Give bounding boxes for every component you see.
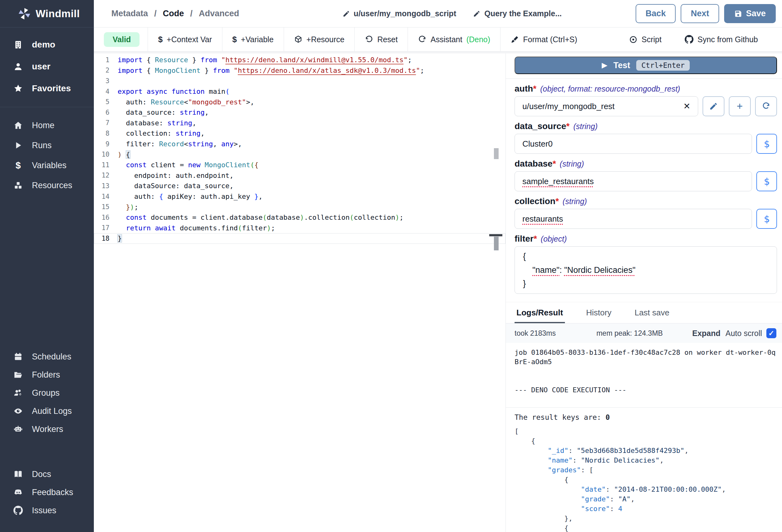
plus-icon: + (737, 100, 743, 112)
sidebar-item-issues[interactable]: Issues (0, 501, 94, 520)
sidebar-item-favorites[interactable]: Favorites (0, 78, 94, 100)
autoscroll-label[interactable]: Auto scroll (725, 329, 762, 338)
auth-resource-input[interactable]: u/user/my_mongodb_rest ✕ (514, 96, 698, 116)
dollar-icon: $ (764, 176, 770, 187)
pencil-icon (473, 10, 481, 17)
insert-variable-button[interactable]: $ (756, 171, 777, 191)
dollar-icon: $ (764, 138, 770, 149)
book-icon (12, 469, 24, 479)
back-button[interactable]: Back (636, 4, 676, 23)
editor-scrollbar-thumb[interactable] (494, 148, 499, 159)
add-resource-button[interactable]: +Resource (284, 35, 355, 44)
breadcrumb: Metadata / Code / Advanced (111, 9, 239, 18)
line-number: 9 (94, 140, 109, 148)
workspace-logo[interactable]: Windmill (0, 0, 94, 28)
line-number: 14 (94, 193, 109, 200)
sidebar-item-schedules[interactable]: Schedules (0, 348, 94, 366)
reset-button[interactable]: Reset (355, 35, 407, 44)
filter-json-editor[interactable]: { "name": "Nordic Delicacies" } (514, 246, 777, 294)
line-number: 2 (94, 67, 109, 74)
field-filter: filter* (object) { "name": "Nordic Delic… (514, 234, 777, 294)
sidebar-item-label: Variables (32, 161, 67, 170)
sync-github-button[interactable]: Sync from Github (675, 35, 768, 44)
field-collection: collection* (string) restaurants $ (514, 196, 777, 229)
form-divider (506, 78, 782, 79)
sidebar-item-audit-logs[interactable]: Audit Logs (0, 402, 94, 420)
add-variable-button[interactable]: $ +Variable (222, 35, 284, 44)
tab-logs-result[interactable]: Logs/Result (514, 302, 565, 323)
assistant-language: (Deno) (466, 35, 490, 44)
code-lines: 1import { Resource } from "https://deno.… (94, 55, 505, 244)
add-context-var-button[interactable]: $ +Context Var (148, 35, 222, 44)
code-line: 14 auth: { apiKey: auth.api_key }, (94, 191, 505, 202)
tab-history[interactable]: History (584, 302, 613, 323)
format-label: Format (Ctrl+S) (523, 35, 577, 44)
autoscroll-checkbox[interactable]: ✓ (767, 328, 776, 338)
field-type: (object, format: resource-mongodb_rest) (540, 84, 680, 93)
code-line: 8 collection: string, (94, 128, 505, 139)
breadcrumb-code[interactable]: Code (163, 9, 184, 18)
sidebar-item-docs[interactable]: Docs (0, 465, 94, 483)
database-input[interactable]: sample_restaurants (514, 171, 752, 191)
run-pane: ▶ Test Ctrl+Enter auth* (object, format:… (506, 53, 782, 532)
sidebar-item-label: Resources (32, 181, 72, 190)
code-line: 13 dataSource: data_source, (94, 181, 505, 191)
line-number: 1 (94, 56, 109, 64)
sidebar-footer-group: DocsFeedbacksIssues (0, 459, 94, 532)
script-summary-edit[interactable]: Query the Example... (473, 9, 562, 18)
refresh-resource-button[interactable] (755, 96, 777, 116)
expand-button[interactable]: Expand (692, 329, 720, 338)
sidebar-item-runs[interactable]: Runs (0, 135, 94, 155)
tab-last-save[interactable]: Last save (633, 302, 671, 323)
next-button[interactable]: Next (681, 4, 719, 23)
sidebar-item-home[interactable]: Home (0, 115, 94, 135)
sidebar-item-folders[interactable]: Folders (0, 366, 94, 384)
script-kind-button[interactable]: Script (619, 35, 672, 44)
windmill-logo-icon (17, 7, 31, 21)
format-button[interactable]: Format (Ctrl+S) (500, 35, 587, 44)
collection-input[interactable]: restaurants (514, 209, 752, 229)
required-asterisk: * (553, 159, 556, 169)
edit-resource-button[interactable] (703, 96, 724, 116)
add-resource-value-button[interactable]: + (729, 96, 751, 116)
sidebar-item-user[interactable]: user (0, 55, 94, 78)
result-json-line: "_id": "5eb3d668b31de5d588f4293b", (514, 446, 777, 455)
line-number: 6 (94, 109, 109, 116)
code-line: 11 const client = new MongoClient({ (94, 160, 505, 170)
code-line: 15 }); (94, 202, 505, 212)
sidebar-item-workers[interactable]: Workers (0, 420, 94, 438)
code-line: 3 (94, 76, 505, 86)
sidebar-item-variables[interactable]: $Variables (0, 155, 94, 175)
breadcrumb-separator: / (154, 9, 157, 18)
result-viewer: The result keys are: 0 [ { "_id": "5eb3d… (514, 413, 777, 532)
insert-variable-button[interactable]: $ (756, 134, 777, 154)
line-number: 3 (94, 77, 109, 85)
field-type: (string) (560, 159, 584, 168)
cube-icon (294, 35, 303, 44)
save-button[interactable]: Save (724, 4, 776, 23)
sidebar-item-groups[interactable]: Groups (0, 384, 94, 402)
assistant-button[interactable]: Assistant (Deno) (408, 35, 500, 44)
sidebar-item-label: demo (32, 40, 56, 50)
script-path-edit[interactable]: u/user/my_mongodb_script (343, 9, 456, 18)
breadcrumb-metadata[interactable]: Metadata (111, 9, 148, 18)
test-button[interactable]: ▶ Test Ctrl+Enter (514, 56, 777, 74)
field-data-source: data_source* (string) Cluster0 $ (514, 121, 777, 154)
code-line: 2import { MongoClient } from "https://de… (94, 65, 505, 76)
clear-icon[interactable]: ✕ (677, 101, 690, 111)
content-area: 1import { Resource } from "https://deno.… (94, 51, 782, 532)
breadcrumb-advanced[interactable]: Advanced (199, 9, 239, 18)
collection-value: restaurants (522, 214, 563, 224)
editor-scrollbar-thumb[interactable] (494, 237, 499, 251)
dollar-icon: $ (764, 213, 770, 224)
insert-variable-button[interactable]: $ (756, 209, 777, 229)
sidebar-item-resources[interactable]: Resources (0, 175, 94, 195)
code-editor[interactable]: 1import { Resource } from "https://deno.… (94, 53, 505, 532)
sidebar-item-demo[interactable]: demo (0, 34, 94, 55)
script-kind-label: Script (642, 35, 662, 44)
data-source-input[interactable]: Cluster0 (514, 134, 752, 154)
sidebar-item-feedbacks[interactable]: Feedbacks (0, 483, 94, 501)
add-resource-label: +Resource (307, 35, 345, 44)
top-bar: Metadata / Code / Advanced u/user/my_mon… (94, 0, 782, 28)
home-icon (12, 121, 24, 130)
